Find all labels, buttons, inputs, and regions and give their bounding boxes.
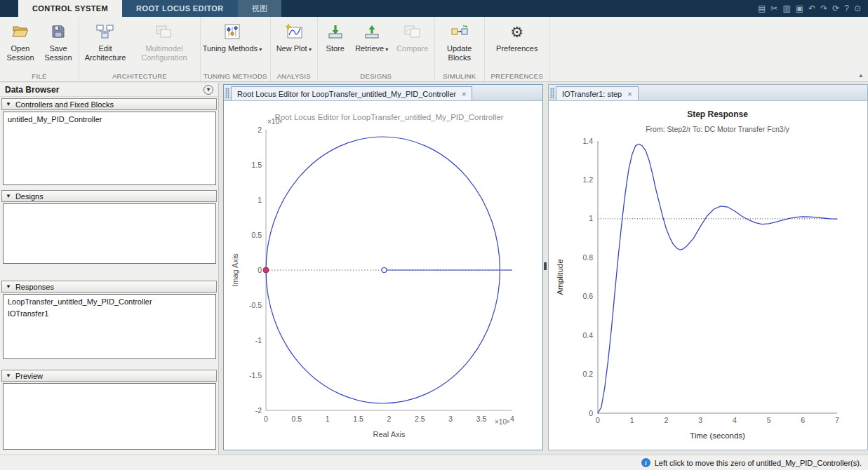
svg-text:0.8: 0.8 bbox=[582, 253, 593, 262]
open-session-button[interactable]: Open Session bbox=[1, 18, 39, 72]
tab-step-response-plot[interactable]: IOTransfer1: step × bbox=[556, 86, 639, 100]
zero-marker bbox=[382, 268, 387, 273]
svg-text:3.5: 3.5 bbox=[476, 415, 487, 423]
collapse-triangle-icon: ▼ bbox=[6, 101, 11, 107]
chevron-circle-icon[interactable]: ▾ bbox=[203, 85, 213, 95]
svg-text:Step Response: Step Response bbox=[687, 109, 748, 119]
svg-text:-2: -2 bbox=[255, 406, 262, 415]
paste-icon[interactable]: ▣ bbox=[796, 4, 803, 13]
close-icon[interactable]: × bbox=[627, 90, 632, 98]
svg-text:Real Axis: Real Axis bbox=[373, 430, 406, 438]
root-locus-plot[interactable]: -2-1.5-1-0.500.511.5200.511.522.533.54Ro… bbox=[224, 101, 542, 450]
svg-text:Root Locus Editor for LoopTran: Root Locus Editor for LoopTransfer_untit… bbox=[274, 113, 503, 121]
toolbar-group-analysis: New Plot ▾ANALYSIS bbox=[271, 17, 318, 81]
list-item[interactable]: LoopTransfer_untitled_My_PID_Controller bbox=[4, 295, 215, 307]
svg-text:1.5: 1.5 bbox=[353, 415, 363, 423]
section-responses: ▼ Responses LoopTransfer_untitled_My_PID… bbox=[0, 281, 218, 359]
collapse-triangle-icon: ▼ bbox=[6, 283, 11, 290]
new-plot-button[interactable]: New Plot ▾ bbox=[272, 18, 316, 72]
responses-list[interactable]: LoopTransfer_untitled_My_PID_ControllerI… bbox=[3, 294, 216, 359]
options-icon[interactable]: ⊙ bbox=[854, 4, 861, 13]
cut-icon[interactable]: ✂ bbox=[770, 4, 777, 13]
update-blocks-button[interactable]: Update Blocks bbox=[436, 18, 483, 72]
collapse-ribbon-button[interactable]: ▴ bbox=[859, 72, 862, 79]
svg-text:1: 1 bbox=[589, 214, 593, 222]
collapse-triangle-icon: ▼ bbox=[6, 372, 11, 379]
svg-text:1: 1 bbox=[326, 415, 330, 423]
svg-text:3: 3 bbox=[698, 416, 702, 424]
section-header-designs[interactable]: ▼ Designs bbox=[1, 190, 217, 202]
list-item[interactable]: IOTransfer1 bbox=[4, 307, 215, 318]
tab-control-system[interactable]: CONTROL SYSTEM bbox=[18, 0, 122, 17]
group-caption: ARCHITECTURE bbox=[79, 72, 200, 81]
button-label: Store bbox=[326, 44, 345, 53]
step-response-curve bbox=[598, 144, 837, 413]
copy-icon[interactable]: ▥ bbox=[782, 4, 790, 13]
compare-button[interactable]: Compare bbox=[392, 18, 433, 72]
info-icon: i bbox=[641, 458, 650, 467]
button-label: New Plot ▾ bbox=[276, 44, 312, 55]
button-label: Retrieve ▾ bbox=[355, 44, 388, 55]
button-label: Preferences bbox=[496, 44, 538, 53]
retrieve-button[interactable]: Retrieve ▾ bbox=[352, 18, 392, 72]
data-browser-panel: Data Browser ▾ ▼ Controllers and Fixed B… bbox=[0, 83, 219, 455]
designs-list[interactable] bbox=[3, 203, 216, 264]
redo-icon[interactable]: ↷ bbox=[820, 4, 827, 13]
svg-text:3: 3 bbox=[448, 415, 453, 423]
drag-gripper[interactable] bbox=[225, 88, 229, 98]
section-header-controllers[interactable]: ▼ Controllers and Fixed Blocks bbox=[1, 98, 217, 110]
floppy-icon bbox=[50, 21, 67, 42]
help-icon[interactable]: ? bbox=[844, 4, 849, 13]
save-session-button[interactable]: Save Session bbox=[39, 18, 77, 72]
svg-text:2: 2 bbox=[387, 415, 392, 423]
svg-text:From: Step2/r To: DC Motor Tr: From: Step2/r To: DC Motor Transfer Fcn3… bbox=[646, 125, 789, 133]
store-icon bbox=[327, 21, 344, 42]
close-icon[interactable]: × bbox=[462, 90, 466, 98]
tab-label: Root Locus Editor for LoopTransfer_untit… bbox=[237, 90, 456, 98]
svg-text:7: 7 bbox=[835, 416, 839, 424]
controllers-list[interactable]: untitled_My_PID_Controller bbox=[3, 112, 216, 185]
list-item[interactable]: untitled_My_PID_Controller bbox=[4, 112, 215, 124]
step-response-panel: IOTransfer1: step × 00.20.40.60.811.21.4… bbox=[548, 84, 868, 450]
architecture-icon bbox=[96, 21, 114, 42]
svg-text:-0.5: -0.5 bbox=[249, 301, 262, 309]
svg-text:1.5: 1.5 bbox=[251, 161, 262, 169]
step-response-plot[interactable]: 00.20.40.60.811.21.401234567Step Respons… bbox=[549, 101, 867, 450]
dropdown-arrow-icon: ▾ bbox=[307, 46, 312, 53]
splitter-handle[interactable] bbox=[544, 262, 547, 270]
svg-text:-1: -1 bbox=[255, 336, 262, 344]
tuning-methods-button[interactable]: Tuning Methods ▾ bbox=[202, 18, 262, 72]
svg-text:0.5: 0.5 bbox=[292, 415, 302, 423]
step-response-tab-bar: IOTransfer1: step × bbox=[549, 85, 867, 101]
svg-text:×10⁸: ×10⁸ bbox=[267, 118, 282, 126]
drag-gripper[interactable] bbox=[550, 88, 554, 98]
svg-text:0: 0 bbox=[596, 416, 600, 424]
tab-root-locus-editor[interactable]: ROOT LOCUS EDITOR bbox=[122, 0, 238, 17]
gear-icon: ⚙ bbox=[510, 21, 523, 42]
save-icon[interactable]: ▤ bbox=[758, 4, 766, 13]
tab-root-locus-plot[interactable]: Root Locus Editor for LoopTransfer_untit… bbox=[231, 86, 472, 100]
refresh-icon[interactable]: ⟳ bbox=[832, 4, 839, 13]
multimodel-configuration-button[interactable]: Multimodel Configuration bbox=[130, 18, 199, 72]
store-button[interactable]: Store bbox=[319, 18, 352, 72]
svg-text:0: 0 bbox=[589, 409, 593, 417]
new-plot-icon bbox=[285, 21, 303, 42]
section-label: Preview bbox=[15, 372, 43, 380]
button-label: Update Blocks bbox=[436, 44, 483, 62]
section-header-preview[interactable]: ▼ Preview bbox=[1, 370, 217, 382]
tab-view[interactable]: 视图 bbox=[238, 0, 282, 17]
svg-text:0.5: 0.5 bbox=[251, 231, 262, 239]
section-header-responses[interactable]: ▼ Responses bbox=[1, 281, 217, 293]
svg-text:0.4: 0.4 bbox=[582, 331, 593, 340]
titlebar: CONTROL SYSTEM ROOT LOCUS EDITOR 视图 ▤✂▥▣… bbox=[0, 0, 868, 17]
preferences-button[interactable]: ⚙Preferences bbox=[486, 18, 548, 72]
section-designs: ▼ Designs bbox=[0, 190, 218, 264]
undo-icon[interactable]: ↶ bbox=[808, 4, 815, 13]
svg-text:5: 5 bbox=[767, 416, 771, 424]
toolbar-group-architecture: Edit ArchitectureMultimodel Configuratio… bbox=[79, 17, 201, 81]
quick-access-toolbar: ▤✂▥▣↶↷⟳?⊙ bbox=[758, 0, 868, 17]
titlebar-lead bbox=[0, 0, 18, 17]
edit-architecture-button[interactable]: Edit Architecture bbox=[81, 18, 130, 72]
group-caption: FILE bbox=[0, 72, 79, 81]
preview-box bbox=[3, 383, 216, 450]
